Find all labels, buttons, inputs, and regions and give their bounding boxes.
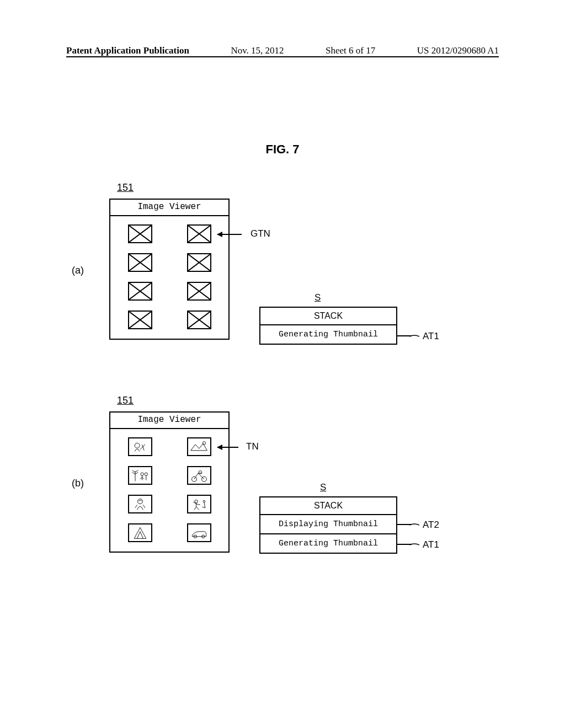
callout-gtn: GTN xyxy=(250,228,270,239)
placeholder-thumbnail xyxy=(128,311,152,329)
svg-point-20 xyxy=(145,473,147,475)
stack-row-at2-b: Displaying Thumbnail xyxy=(260,515,396,534)
svg-point-17 xyxy=(202,441,205,444)
stack-b: STACK Displaying Thumbnail Generating Th… xyxy=(259,496,397,554)
refnum-151-a: 151 xyxy=(117,182,134,194)
leader-tn xyxy=(217,447,238,448)
header-pubnum: US 2012/0290680 A1 xyxy=(417,45,499,56)
callout-at2-b: AT2 xyxy=(423,520,439,531)
subfig-a-label: (a) xyxy=(72,265,84,276)
image-viewer-b: Image Viewer xyxy=(109,411,230,553)
svg-point-26 xyxy=(203,500,205,502)
placeholder-thumbnail xyxy=(128,282,152,301)
placeholder-thumbnail xyxy=(128,224,152,243)
svg-point-19 xyxy=(140,473,143,475)
svg-point-24 xyxy=(137,499,142,504)
placeholder-thumbnail xyxy=(187,282,211,301)
image-thumbnail xyxy=(187,523,211,542)
stack-ref-a: S xyxy=(315,292,321,303)
image-thumbnail xyxy=(128,523,152,542)
thumbnail-grid-a xyxy=(110,216,228,339)
stack-a: STACK Generating Thumbnail xyxy=(259,307,397,345)
stack-header-b: STACK xyxy=(260,497,396,515)
page-header: Patent Application Publication Nov. 15, … xyxy=(66,45,499,56)
image-thumbnail xyxy=(187,466,211,485)
callout-at1-b: AT1 xyxy=(423,539,439,550)
stack-ref-b: S xyxy=(320,482,326,493)
placeholder-thumbnail xyxy=(187,311,211,329)
subfig-b-label: (b) xyxy=(72,478,84,489)
viewer-title-a: Image Viewer xyxy=(110,200,228,216)
image-viewer-a: Image Viewer xyxy=(109,199,230,340)
thumbnail-grid-b xyxy=(110,429,228,552)
stack-row-at1-b: Generating Thumbnail xyxy=(260,534,396,553)
svg-point-25 xyxy=(194,500,197,502)
stack-header-a: STACK xyxy=(260,308,396,325)
header-sheet: Sheet 6 of 17 xyxy=(326,45,375,56)
leader-gtn xyxy=(217,234,242,235)
placeholder-thumbnail xyxy=(128,253,152,272)
figure-title: FIG. 7 xyxy=(0,142,565,157)
header-date: Nov. 15, 2012 xyxy=(231,45,284,56)
placeholder-thumbnail xyxy=(187,224,211,243)
callout-at1-a: AT1 xyxy=(423,331,439,342)
image-thumbnail xyxy=(128,437,152,456)
curve-at1-b xyxy=(409,540,419,547)
refnum-151-b: 151 xyxy=(117,395,134,406)
image-thumbnail xyxy=(128,495,152,513)
image-thumbnail xyxy=(187,495,211,513)
placeholder-thumbnail xyxy=(187,253,211,272)
image-thumbnail xyxy=(187,437,211,456)
svg-point-16 xyxy=(135,443,140,448)
curve-at2-b xyxy=(409,521,419,527)
callout-tn: TN xyxy=(246,441,259,452)
viewer-title-b: Image Viewer xyxy=(110,413,228,429)
header-left: Patent Application Publication xyxy=(66,45,189,56)
curve-at1-a xyxy=(409,332,419,339)
header-rule xyxy=(66,56,499,57)
image-thumbnail xyxy=(128,466,152,485)
stack-row-at1-a: Generating Thumbnail xyxy=(260,325,396,344)
